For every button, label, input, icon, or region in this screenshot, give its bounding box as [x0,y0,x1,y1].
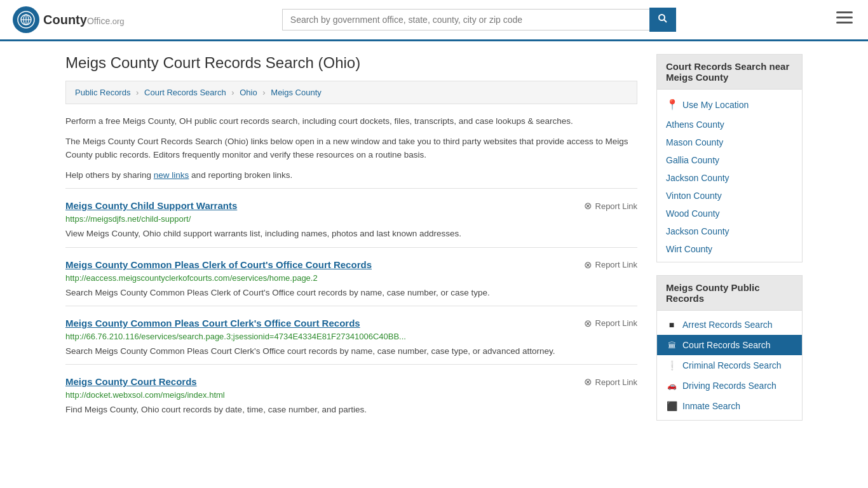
nearby-county-3[interactable]: Jackson County [657,169,802,187]
svg-point-5 [659,15,665,20]
nearby-county-1[interactable]: Mason County [657,133,802,151]
result-title-3[interactable]: Meigs County Common Pleas Court Clerk's … [65,318,360,329]
svg-rect-7 [836,11,853,13]
nearby-county-4[interactable]: Vinton County [657,187,802,205]
result-item-3: Meigs County Common Pleas Court Clerk's … [65,306,637,364]
public-records-header: Meigs County Public Records [657,276,802,311]
content-area: Meigs County Court Records Search (Ohio)… [65,54,637,433]
record-item-inmate[interactable]: ⬛ Inmate Search [657,396,802,416]
breadcrumb: Public Records › Court Records Search › … [65,81,637,104]
result-desc-2: Search Meigs County Common Pleas Clerk o… [65,287,637,299]
nearby-county-2[interactable]: Gallia County [657,151,802,169]
description-2: The Meigs County Court Records Search (O… [65,135,637,162]
nearby-section: Court Records Search near Meigs County 📍… [656,54,803,262]
result-url-1[interactable]: https://meigsdjfs.net/child-support/ [65,214,637,224]
search-button[interactable] [649,8,676,32]
nearby-county-6[interactable]: Jackson County [657,222,802,240]
result-item-2: Meigs County Common Pleas Clerk of Court… [65,247,637,306]
inmate-icon: ⬛ [666,401,677,411]
report-link-btn-4[interactable]: ⊗ Report Link [584,376,637,388]
nearby-county-0[interactable]: Athens County [657,116,802,133]
criminal-icon: ❕ [666,360,677,370]
result-title-4[interactable]: Meigs County Court Records [65,376,197,387]
result-desc-4: Find Meigs County, Ohio court records by… [65,403,637,416]
description-1: Perform a free Meigs County, OH public c… [65,114,637,128]
nearby-header: Court Records Search near Meigs County [657,55,802,90]
public-records-section: Meigs County Public Records ■ Arrest Rec… [656,275,803,421]
breadcrumb-ohio[interactable]: Ohio [240,88,257,97]
report-link-btn-2[interactable]: ⊗ Report Link [584,259,637,271]
arrest-icon: ■ [666,320,677,330]
breadcrumb-sep-2: › [231,88,234,97]
court-icon: 🏛 [666,341,677,350]
result-title-2[interactable]: Meigs County Common Pleas Clerk of Court… [65,259,372,270]
use-location-item[interactable]: 📍 Use My Location [657,93,802,116]
header: CountyOffice.org [0,0,868,41]
record-item-driving[interactable]: 🚗 Driving Records Search [657,376,802,396]
search-input[interactable] [282,9,649,30]
report-icon-1: ⊗ [584,200,592,212]
breadcrumb-meigs[interactable]: Meigs County [271,88,321,97]
description-3: Help others by sharing new links and rep… [65,168,637,182]
driving-icon: 🚗 [666,381,677,390]
result-title-1[interactable]: Meigs County Child Support Warrants [65,200,237,211]
breadcrumb-sep-1: › [136,88,139,97]
search-bar-area [282,8,676,32]
report-label-4: Report Link [595,377,637,387]
report-label-2: Report Link [595,260,637,269]
location-dot-icon: 📍 [666,98,679,111]
record-item-court[interactable]: 🏛 Court Records Search [657,335,802,355]
report-icon-3: ⊗ [584,318,592,329]
main-container: Meigs County Court Records Search (Ohio)… [53,41,815,446]
new-links-link[interactable]: new links [154,170,189,180]
nearby-county-5[interactable]: Wood County [657,205,802,222]
svg-rect-8 [836,17,853,18]
result-url-2[interactable]: http://eaccess.meigscountyclerkofcourts.… [65,273,637,283]
result-header-1: Meigs County Child Support Warrants ⊗ Re… [65,200,637,212]
public-records-links: ■ Arrest Records Search 🏛 Court Records … [657,311,802,420]
breadcrumb-sep-3: › [262,88,265,97]
use-location-label: Use My Location [682,100,749,110]
desc3-prefix: Help others by sharing [65,170,154,180]
sidebar: Court Records Search near Meigs County 📍… [656,54,803,433]
result-url-3[interactable]: http://66.76.210.116/eservices/search.pa… [65,332,637,341]
nearby-county-7[interactable]: Wirt County [657,240,802,258]
svg-line-6 [664,20,667,22]
report-icon-2: ⊗ [584,259,592,271]
logo-icon [13,6,39,33]
result-url-4[interactable]: http://docket.webxsol.com/meigs/index.ht… [65,390,637,400]
logo-office: Office [87,16,110,26]
record-item-arrest[interactable]: ■ Arrest Records Search [657,315,802,335]
report-label-3: Report Link [595,318,637,328]
report-label-1: Report Link [595,201,637,211]
result-desc-3: Search Meigs County Common Pleas Court C… [65,345,637,358]
report-link-btn-3[interactable]: ⊗ Report Link [584,318,637,329]
page-title: Meigs County Court Records Search (Ohio) [65,54,637,72]
report-link-btn-1[interactable]: ⊗ Report Link [584,200,637,212]
results-list: Meigs County Child Support Warrants ⊗ Re… [65,188,637,423]
logo-text: CountyOffice.org [43,13,125,27]
nearby-links: 📍 Use My Location Athens County Mason Co… [657,90,802,262]
svg-rect-9 [836,22,853,24]
logo-domain: .org [110,17,124,26]
breadcrumb-court-records[interactable]: Court Records Search [144,88,226,97]
logo-area[interactable]: CountyOffice.org [13,6,125,33]
breadcrumb-public-records[interactable]: Public Records [75,88,130,97]
record-item-criminal[interactable]: ❕ Criminal Records Search [657,355,802,376]
result-header-2: Meigs County Common Pleas Clerk of Court… [65,259,637,271]
result-item: Meigs County Child Support Warrants ⊗ Re… [65,188,637,247]
result-header-4: Meigs County Court Records ⊗ Report Link [65,376,637,388]
result-item-4: Meigs County Court Records ⊗ Report Link… [65,364,637,423]
result-desc-1: View Meigs County, Ohio child support wa… [65,227,637,240]
menu-icon[interactable] [834,9,855,30]
desc3-suffix: and reporting broken links. [189,170,292,180]
result-header-3: Meigs County Common Pleas Court Clerk's … [65,318,637,329]
report-icon-4: ⊗ [584,376,592,388]
